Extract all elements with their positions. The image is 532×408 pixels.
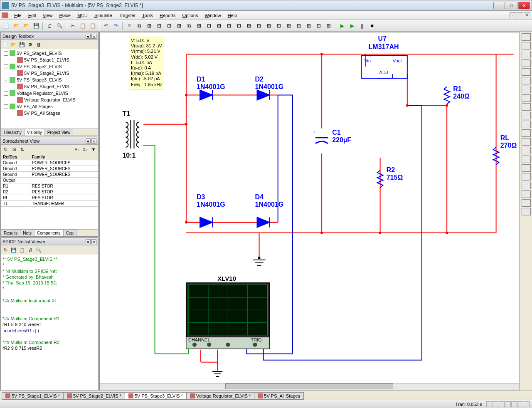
- comp21-button[interactable]: ⊞: [324, 21, 333, 30]
- ss-tb-export-icon[interactable]: ⇲: [10, 146, 17, 153]
- menu-view[interactable]: View: [39, 12, 56, 19]
- tb-del-icon[interactable]: 🗑: [35, 41, 42, 48]
- panel-close-icon[interactable]: ×: [91, 138, 96, 143]
- tb-save-icon[interactable]: 💾: [18, 41, 26, 48]
- comp10-button[interactable]: ⊞: [214, 21, 224, 30]
- tab-cop[interactable]: Cop: [63, 230, 76, 236]
- tb-new-icon[interactable]: 📄: [2, 41, 9, 48]
- menu-options[interactable]: Options: [179, 12, 202, 19]
- table-row[interactable]: T1TRANSFORMER: [1, 201, 98, 207]
- tab-visibility[interactable]: Visibility: [24, 129, 45, 136]
- maximize-button[interactable]: □: [506, 2, 517, 9]
- netlist-text[interactable]: ** 5V PS_Stage3_ELVIS **** NI Multisim t…: [1, 255, 98, 390]
- comp7-button[interactable]: ⧉: [185, 21, 194, 30]
- spreadsheet-grid[interactable]: RefDesFamilyGroundPOWER_SOURCESGroundPOW…: [1, 154, 98, 229]
- instr-btn-11[interactable]: [522, 121, 531, 128]
- instr-btn-19[interactable]: [522, 190, 531, 198]
- panel-close-icon[interactable]: ×: [91, 34, 96, 39]
- open-button[interactable]: 📂: [12, 21, 21, 30]
- instr-btn-14[interactable]: [522, 147, 531, 154]
- cut-button[interactable]: ✂: [68, 21, 77, 30]
- comp4-button[interactable]: ⊟: [155, 21, 164, 30]
- menu-mcu[interactable]: MCU: [74, 12, 91, 19]
- tree-item[interactable]: 5V PS_Stage3_ELVIS: [2, 83, 97, 90]
- comp15-button[interactable]: ⊞: [264, 21, 273, 30]
- instr-btn-16[interactable]: [522, 164, 531, 172]
- redo-button[interactable]: ↷: [111, 21, 121, 30]
- mdi-close-button[interactable]: ×: [524, 12, 530, 18]
- tree-item[interactable]: 5V PS_Stage1_ELVIS: [2, 57, 97, 63]
- tree-item[interactable]: -5V PS_Stage2_ELVIS: [2, 63, 97, 70]
- comp14-button[interactable]: ⊟: [254, 21, 264, 30]
- instr-btn-4[interactable]: [522, 59, 531, 67]
- table-row[interactable]: GroundPOWER_SOURCES: [1, 160, 98, 166]
- comp8-button[interactable]: ⊞: [195, 21, 204, 30]
- mdi-minimize-button[interactable]: -: [510, 12, 516, 18]
- instr-btn-9[interactable]: [522, 103, 531, 111]
- pause-button[interactable]: ‖: [357, 21, 367, 30]
- table-row[interactable]: R1RESISTOR: [1, 183, 98, 189]
- nl-tb-copy-icon[interactable]: 📋: [18, 246, 26, 254]
- instr-btn-12[interactable]: [522, 129, 531, 137]
- column-header[interactable]: RefDes: [1, 154, 30, 160]
- preview-button[interactable]: 🔍: [55, 21, 64, 30]
- tree-item[interactable]: -5V PS_All Stages: [2, 103, 97, 110]
- tree-item[interactable]: 5V PS_All Stages: [2, 110, 97, 116]
- stop-button[interactable]: ■: [367, 21, 377, 30]
- undo-button[interactable]: ↶: [101, 21, 111, 30]
- comp9-button[interactable]: ⊡: [204, 21, 214, 30]
- instr-btn-6[interactable]: [522, 77, 531, 84]
- close-button[interactable]: ✕: [518, 2, 530, 9]
- comp6-button[interactable]: ⊞: [175, 21, 184, 30]
- design-tree[interactable]: -5V PS_Stage1_ELVIS5V PS_Stage1_ELVIS-5V…: [1, 49, 98, 129]
- instr-btn-10[interactable]: [522, 112, 531, 119]
- comp1-button[interactable]: ≡: [125, 21, 134, 30]
- instr-btn-8[interactable]: [522, 94, 531, 102]
- menu-place[interactable]: Place: [56, 12, 74, 19]
- tree-item[interactable]: -5V PS_Stage3_ELVIS: [2, 77, 97, 83]
- tree-item[interactable]: -Voltage Regulator_ELVIS: [2, 90, 97, 96]
- instr-btn-18[interactable]: [522, 182, 531, 189]
- comp5-button[interactable]: ⊡: [165, 21, 174, 30]
- instr-btn-5[interactable]: [522, 68, 531, 76]
- menu-simulate[interactable]: Simulate: [91, 12, 116, 19]
- table-row[interactable]: GroundPOWER_SOURCES: [1, 172, 98, 178]
- comp16-button[interactable]: ⊡: [274, 21, 283, 30]
- comp19-button[interactable]: ⊞: [304, 21, 313, 30]
- table-row[interactable]: R2RESISTOR: [1, 189, 98, 195]
- ss-tb-sort-icon[interactable]: ⇅: [18, 146, 26, 153]
- comp11-button[interactable]: ⊟: [224, 21, 234, 30]
- panel-pin-icon[interactable]: ▾: [86, 239, 91, 244]
- menu-window[interactable]: Window: [201, 12, 224, 19]
- comp17-button[interactable]: ⊞: [284, 21, 293, 30]
- menu-transfer[interactable]: Transfer: [116, 12, 139, 19]
- comp20-button[interactable]: ⊡: [314, 21, 323, 30]
- print-button[interactable]: 🖨: [45, 21, 54, 30]
- panel-pin-icon[interactable]: ▾: [86, 138, 91, 143]
- schematic-canvas[interactable]: V: 5.01 VV(p-p): 81.2 uVV(rms): 5.21 VV(…: [100, 32, 519, 383]
- ss-tb-filter-icon[interactable]: ▼: [90, 146, 97, 153]
- save-button[interactable]: 💾: [32, 21, 41, 30]
- instr-btn-20[interactable]: [522, 199, 531, 207]
- ss-tb-sortza-icon[interactable]: Z↓: [81, 146, 89, 153]
- paste-button[interactable]: 📋: [88, 21, 97, 30]
- instr-btn-7[interactable]: [522, 86, 531, 93]
- instr-btn-1[interactable]: [522, 33, 531, 41]
- instr-btn-2[interactable]: [522, 42, 531, 49]
- ss-tb-refresh-icon[interactable]: ↻: [2, 146, 9, 153]
- doc-tab[interactable]: Voltage Regulator_ELVIS *: [186, 392, 254, 400]
- run-button[interactable]: ▶: [337, 21, 347, 30]
- new-button[interactable]: 📄: [2, 21, 11, 30]
- menu-help[interactable]: Help: [224, 12, 241, 19]
- tab-components[interactable]: Components: [34, 230, 64, 236]
- tab-results[interactable]: Results: [1, 230, 20, 236]
- menu-file[interactable]: File: [11, 12, 25, 19]
- instr-btn-13[interactable]: [522, 138, 531, 146]
- ss-tb-sortaz-icon[interactable]: A↓: [73, 146, 81, 153]
- tab-nets[interactable]: Nets: [20, 230, 34, 236]
- comp3-button[interactable]: ⊞: [145, 21, 154, 30]
- comp18-button[interactable]: ⊟: [294, 21, 303, 30]
- menu-edit[interactable]: Edit: [25, 12, 39, 19]
- table-row[interactable]: GroundPOWER_SOURCES: [1, 166, 98, 172]
- tb-cfg-icon[interactable]: ⚙: [27, 41, 34, 48]
